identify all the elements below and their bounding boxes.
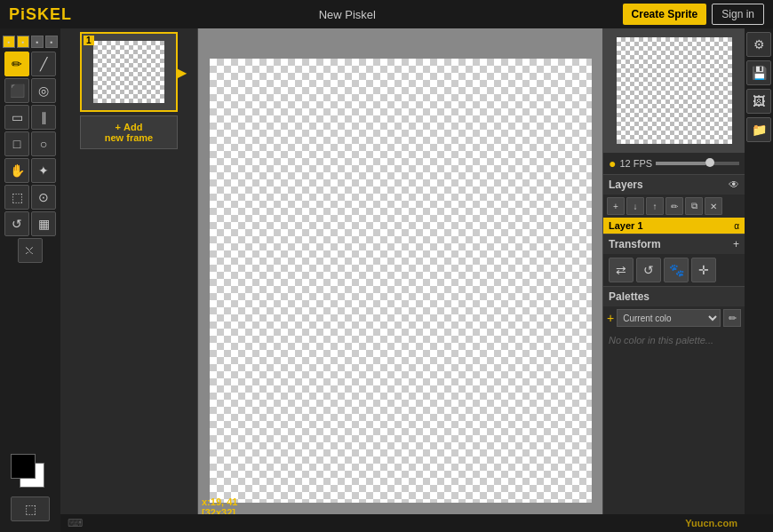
frame-ctrl-3[interactable]: ▪	[31, 36, 44, 48]
palettes-section: Palettes + Current colo ✏ No color in th…	[603, 286, 745, 351]
move-tool[interactable]: ✋	[4, 158, 29, 183]
layers-section: Layers 👁 + ↓ ↑ ✏ ⧉ ✕ Layer 1 α	[603, 174, 745, 234]
transform-add-icon[interactable]: +	[733, 238, 739, 250]
create-sprite-button[interactable]: Create Sprite	[623, 4, 707, 25]
fps-slider[interactable]	[656, 162, 739, 165]
circle-select-tool[interactable]: ◎	[31, 78, 56, 103]
tool-row-7: ↺ ▦	[4, 211, 56, 236]
coord-xy: x:19, 41	[202, 496, 237, 507]
frame-controls: ▪ ▪ ▪ ▪	[3, 36, 58, 48]
transform-header: Transform +	[603, 234, 745, 254]
frames-panel: 1 ▶ + Add new frame	[60, 28, 198, 532]
color-swatches	[11, 454, 50, 493]
paint-bucket-tool[interactable]: ⛌	[18, 238, 43, 263]
layer-delete-button[interactable]: ✕	[705, 197, 722, 215]
watermark: Yuucn.com	[685, 518, 737, 528]
save-button[interactable]: 💾	[746, 60, 771, 85]
settings-button[interactable]: ⚙	[746, 32, 771, 57]
canvas-area[interactable]: x:19, 41 [32x32] 1/1	[198, 28, 602, 532]
layer-edit-button[interactable]: ✏	[665, 197, 683, 215]
right-actions: ⚙ 💾 🖼 📁	[745, 28, 773, 532]
layers-eye-icon[interactable]: 👁	[729, 179, 739, 191]
frame-1[interactable]: 1 ▶	[80, 32, 178, 112]
left-toolbar: ▪ ▪ ▪ ▪ ✏ ╱ ⬛ ◎ ▭ ∥ □ ○ ✋ ✦ ⬚ ⊙ ↺	[0, 28, 60, 532]
layers-title: Layers	[609, 179, 643, 191]
folder-button[interactable]: 📁	[746, 117, 771, 142]
tool-row-5: ✋ ✦	[4, 158, 56, 183]
sign-in-button[interactable]: Sign in	[712, 4, 764, 25]
transform-title: Transform	[609, 238, 661, 250]
layers-tools: + ↓ ↑ ✏ ⧉ ✕	[603, 195, 745, 218]
foreground-color[interactable]	[11, 454, 36, 479]
transform-tools: ⇄ ↺ 🐾 ✛	[603, 254, 745, 286]
fps-slider-fill	[656, 162, 705, 165]
move-button[interactable]: ✛	[691, 258, 716, 282]
palette-add-icon[interactable]: +	[607, 311, 614, 325]
palette-row: + Current colo ✏	[603, 306, 745, 330]
right-panel: ● 12 FPS Layers 👁 + ↓ ↑ ✏ ⧉ ✕ Layer 1	[602, 28, 745, 532]
fps-slider-handle[interactable]	[705, 158, 714, 167]
tool-row-6: ⬚ ⊙	[4, 185, 56, 210]
layer-down-button[interactable]: ↓	[626, 197, 644, 215]
rotate-button[interactable]: ↺	[636, 258, 661, 282]
frame-ctrl-4[interactable]: ▪	[45, 36, 58, 48]
layer-1-name: Layer 1	[609, 220, 643, 231]
main-layout: ▪ ▪ ▪ ▪ ✏ ╱ ⬛ ◎ ▭ ∥ □ ○ ✋ ✦ ⬚ ⊙ ↺	[0, 28, 773, 532]
rect-select-tool[interactable]: ⬚	[4, 185, 29, 210]
tool-row-2: ⬛ ◎	[4, 78, 56, 103]
transform-section: Transform + ⇄ ↺ 🐾 ✛	[603, 234, 745, 286]
palette-tool[interactable]: ⬚	[11, 496, 50, 521]
layers-header: Layers 👁	[603, 175, 745, 195]
eyedropper-tool[interactable]: ✦	[31, 158, 56, 183]
flip-h-button[interactable]: ⇄	[609, 258, 634, 282]
warp-tool[interactable]: ↺	[4, 211, 29, 236]
layer-up-button[interactable]: ↑	[646, 197, 664, 215]
layer-1-alpha: α	[734, 221, 739, 231]
preview-area	[603, 28, 745, 153]
palette-select[interactable]: Current colo	[617, 309, 721, 327]
palettes-header: Palettes	[603, 287, 745, 306]
header-buttons: Create Sprite Sign in	[623, 4, 764, 25]
add-icon: +	[116, 122, 121, 132]
line-tool[interactable]: ╱	[31, 52, 56, 76]
tool-row-8: ⛌	[18, 238, 43, 263]
palette-edit-button[interactable]: ✏	[723, 309, 741, 327]
layer-add-button[interactable]: +	[607, 197, 625, 215]
fps-bar: ● 12 FPS	[603, 153, 745, 174]
frame-preview	[93, 41, 164, 103]
page-title: New Piskel	[319, 8, 376, 21]
preview-canvas	[617, 37, 732, 144]
ellipse-tool[interactable]: ○	[31, 131, 56, 156]
layer-copy-button[interactable]: ⧉	[685, 197, 703, 215]
frame-number: 1	[84, 36, 94, 45]
palettes-title: Palettes	[609, 290, 649, 303]
tool-row-3: ▭ ∥	[4, 105, 56, 130]
frame-ctrl-2[interactable]: ▪	[17, 36, 29, 48]
flip-v-button[interactable]: 🐾	[664, 258, 689, 282]
tool-row-4: □ ○	[4, 131, 56, 156]
pencil-tool[interactable]: ✏	[4, 52, 29, 76]
frame-ctrl-1[interactable]: ▪	[3, 36, 15, 48]
frame-label: frame	[126, 132, 153, 143]
add-frame-button[interactable]: + Add new frame	[80, 115, 178, 149]
add-label: Add	[124, 122, 142, 132]
color-section: ⬚	[11, 447, 50, 528]
checker-tool[interactable]: ▦	[31, 211, 56, 236]
lighten-tool[interactable]: ∥	[31, 105, 56, 130]
frame-arrow-icon: ▶	[176, 64, 187, 81]
palette-empty-text: No color in this palette...	[603, 330, 745, 351]
rect-tool[interactable]: □	[4, 131, 29, 156]
eraser-tool[interactable]: ▭	[4, 105, 29, 130]
layer-1-item[interactable]: Layer 1 α	[603, 218, 745, 234]
tool-row-1: ✏ ╱	[4, 52, 56, 76]
fill-tool[interactable]: ⬛	[4, 78, 29, 103]
new-label: new	[105, 132, 124, 143]
bottom-bar: ⌨	[60, 514, 773, 532]
fps-label: 12 FPS	[619, 158, 652, 169]
export-button[interactable]: 🖼	[746, 89, 771, 114]
drawing-canvas[interactable]	[210, 59, 592, 503]
keyboard-icon: ⌨	[68, 517, 83, 529]
lasso-tool[interactable]: ⊙	[31, 185, 56, 210]
header: PiSKEL New Piskel Create Sprite Sign in	[0, 0, 773, 28]
app-logo: PiSKEL	[9, 5, 72, 24]
